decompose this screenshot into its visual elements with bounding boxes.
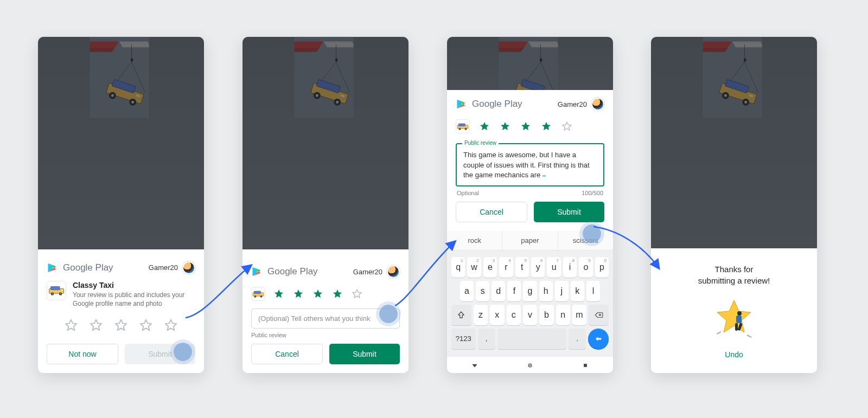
star-rating-input[interactable]: [447, 116, 613, 138]
review-disclosure: Your review is public and includes your …: [73, 291, 195, 308]
user-chip[interactable]: Gamer20: [558, 98, 604, 111]
star-1[interactable]: [63, 318, 79, 333]
key-a[interactable]: a: [460, 281, 474, 301]
svg-line-29: [747, 335, 751, 337]
android-navbar[interactable]: [447, 357, 613, 373]
key-p[interactable]: p0: [595, 257, 609, 278]
sheet-header: Google Play Gamer20: [447, 90, 613, 116]
star-1[interactable]: [478, 120, 490, 132]
svg-point-22: [529, 364, 531, 365]
star-5[interactable]: [561, 120, 573, 132]
submit-button[interactable]: Submit: [534, 202, 604, 222]
star-4[interactable]: [540, 120, 552, 132]
person-carrying-star-icon: [712, 298, 756, 338]
touch-indicator: [583, 224, 601, 243]
home-icon[interactable]: [526, 362, 534, 369]
star-rating-input[interactable]: [242, 284, 409, 305]
key-o[interactable]: o9: [579, 257, 592, 278]
key-l[interactable]: l: [586, 281, 600, 301]
symbols-key[interactable]: ?123: [451, 329, 476, 349]
username: Gamer20: [353, 268, 382, 276]
soft-keyboard[interactable]: q1w2e3r4t5y6u7i8o9p0 asdfghjkl zxcvbnm ?…: [447, 250, 613, 357]
app-icon: [456, 119, 470, 133]
crane-taxi-illustration: [242, 37, 405, 118]
brand-text: Google Play: [63, 262, 113, 273]
star-2[interactable]: [88, 318, 104, 333]
key-e[interactable]: e3: [483, 257, 497, 278]
suggestion-1[interactable]: rock: [447, 231, 502, 250]
user-chip[interactable]: Gamer20: [149, 261, 195, 274]
svg-point-24: [737, 311, 742, 316]
submit-button[interactable]: Submit: [329, 344, 400, 364]
key-h[interactable]: h: [539, 281, 553, 301]
period-key[interactable]: .: [569, 329, 586, 349]
review-field-hint: Public review: [242, 330, 409, 338]
key-i[interactable]: i8: [563, 257, 577, 278]
key-y[interactable]: y6: [531, 257, 545, 278]
star-3[interactable]: [312, 288, 324, 300]
key-g[interactable]: g: [523, 281, 537, 301]
star-5[interactable]: [163, 318, 178, 333]
backspace-key[interactable]: [589, 305, 609, 325]
key-u[interactable]: u7: [547, 257, 560, 278]
star-2[interactable]: [499, 120, 511, 132]
avatar-icon: [387, 265, 400, 278]
key-k[interactable]: k: [571, 281, 584, 301]
field-helper-row: Optional 100/500: [447, 189, 613, 200]
avatar-icon: [182, 261, 195, 274]
not-now-button[interactable]: Not now: [47, 344, 118, 364]
thanks-line-1: Thanks for: [715, 265, 754, 274]
key-b[interactable]: b: [539, 305, 553, 325]
back-icon[interactable]: [471, 362, 478, 369]
star-rating-input[interactable]: [38, 311, 204, 338]
key-w[interactable]: w2: [467, 257, 481, 278]
key-s[interactable]: s: [476, 281, 489, 301]
sheet-header: Google Play Gamer20: [38, 254, 204, 280]
space-key[interactable]: [497, 329, 567, 349]
key-v[interactable]: v: [523, 305, 537, 325]
game-backdrop: [242, 37, 409, 249]
key-f[interactable]: f: [507, 281, 521, 301]
key-q[interactable]: q1: [451, 257, 465, 278]
review-text-input[interactable]: (Optional) Tell others what you think: [251, 308, 400, 329]
recents-icon[interactable]: [582, 362, 589, 369]
touch-indicator: [379, 305, 398, 323]
play-store-icon: [251, 266, 262, 277]
shift-key[interactable]: [451, 305, 471, 325]
key-r[interactable]: r4: [499, 257, 513, 278]
review-text-value: This game is awesome, but I have a coupl…: [463, 151, 591, 179]
google-play-brand: Google Play: [456, 99, 522, 110]
star-3[interactable]: [520, 120, 532, 132]
avatar-icon: [591, 98, 604, 111]
thanks-line-2: submitting a review!: [698, 276, 770, 285]
key-j[interactable]: j: [555, 281, 569, 301]
star-4[interactable]: [138, 318, 154, 333]
cancel-button[interactable]: Cancel: [251, 344, 323, 364]
enter-key[interactable]: [588, 329, 609, 349]
key-n[interactable]: n: [556, 305, 570, 325]
thanks-card: Thanks for submitting a review! Undo: [651, 250, 817, 373]
star-2[interactable]: [292, 288, 304, 300]
key-t[interactable]: t5: [515, 257, 529, 278]
thanks-heading: Thanks for submitting a review!: [662, 263, 806, 286]
review-text-input[interactable]: Public review This game is awesome, but …: [456, 143, 604, 187]
cancel-button[interactable]: Cancel: [456, 202, 527, 222]
key-m[interactable]: m: [572, 305, 586, 325]
star-3[interactable]: [113, 318, 129, 333]
star-5[interactable]: [351, 288, 363, 300]
user-chip[interactable]: Gamer20: [353, 265, 400, 278]
key-c[interactable]: c: [507, 305, 521, 325]
text-cursor: [542, 176, 546, 176]
suggestion-2[interactable]: paper: [502, 231, 557, 250]
key-d[interactable]: d: [492, 281, 505, 301]
optional-label: Optional: [457, 190, 479, 196]
touch-indicator: [174, 343, 192, 361]
undo-button[interactable]: Undo: [662, 346, 806, 363]
star-1[interactable]: [273, 288, 285, 300]
comma-key[interactable]: ,: [478, 329, 495, 349]
key-x[interactable]: x: [490, 305, 504, 325]
star-4[interactable]: [331, 288, 343, 300]
key-z[interactable]: z: [474, 305, 488, 325]
svg-line-28: [717, 332, 721, 334]
app-info-row: Classy Taxi Your review is public and in…: [38, 280, 204, 311]
